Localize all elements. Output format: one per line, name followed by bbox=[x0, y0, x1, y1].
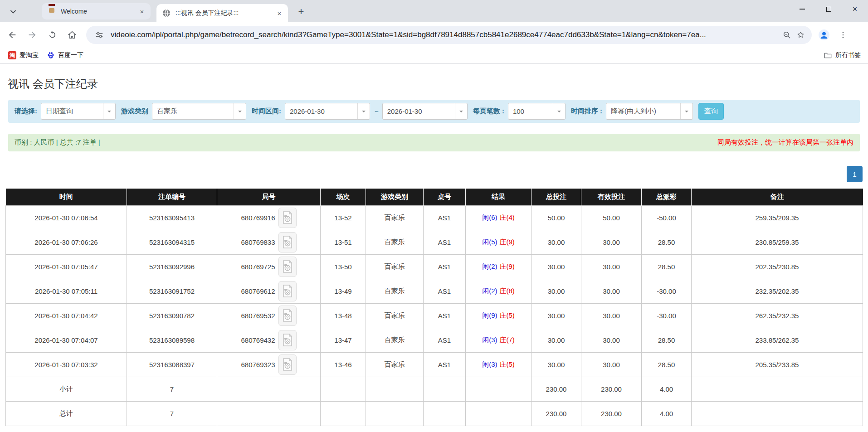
table-row: 2026-01-30 07:06:26523163094315680769833… bbox=[6, 230, 863, 254]
browser-menu-icon[interactable] bbox=[835, 27, 851, 43]
browser-window: Welcome × :::视讯 会员下注纪录::: × + × bbox=[0, 0, 868, 432]
cell-total-bet[interactable]: 50.00 bbox=[532, 205, 581, 230]
cell-table-no: AS1 bbox=[424, 352, 466, 377]
tab-betrecord[interactable]: :::视讯 会员下注纪录::: × bbox=[156, 4, 288, 22]
profile-avatar-icon[interactable] bbox=[817, 28, 831, 42]
home-icon[interactable] bbox=[64, 27, 80, 43]
cell-total-bet[interactable]: 30.00 bbox=[532, 328, 581, 352]
cell-bet-id: 523163088397 bbox=[127, 352, 217, 377]
cell-table-no: AS1 bbox=[424, 303, 466, 328]
all-bookmarks-button[interactable]: 所有书签 bbox=[824, 51, 861, 60]
select-label: 请选择: bbox=[15, 107, 37, 116]
cell-payout: 28.50 bbox=[642, 352, 692, 377]
url-text[interactable]: videoie.com/ipl/portal.php/game/betrecor… bbox=[111, 30, 780, 39]
cell-result: 闲(5)庄(9) bbox=[466, 230, 532, 254]
welcome-favicon-icon bbox=[47, 7, 56, 16]
cell-total-bet[interactable]: 30.00 bbox=[532, 230, 581, 254]
video-replay-button[interactable] bbox=[278, 232, 297, 252]
cell-total-bet[interactable]: 30.00 bbox=[532, 303, 581, 328]
table-row: 2026-01-30 07:06:54523163095413680769916… bbox=[6, 205, 863, 230]
video-replay-button[interactable] bbox=[278, 208, 297, 228]
total-row-cell-4 bbox=[366, 401, 424, 426]
bookmark-baidu[interactable]: 百度一下 bbox=[47, 51, 83, 59]
date-to-select[interactable]: 2026-01-30 bbox=[382, 103, 468, 120]
result-banker: 庄(5) bbox=[500, 360, 515, 368]
page-size-select[interactable]: 100 bbox=[508, 103, 566, 120]
result-banker: 庄(9) bbox=[500, 262, 515, 270]
cell-session: 13-51 bbox=[321, 230, 366, 254]
bookmark-star-icon[interactable] bbox=[794, 28, 807, 42]
result-banker: 庄(9) bbox=[500, 238, 515, 246]
video-replay-button[interactable] bbox=[278, 306, 297, 326]
cell-total-bet[interactable]: 30.00 bbox=[532, 279, 581, 303]
subtotal-row-cell-8: 230.00 bbox=[581, 377, 642, 401]
summary-info-bar: 币别 : 人民币 | 总共 :7 注单 | 同局有效投注，统一计算在该局第一张注… bbox=[8, 134, 860, 151]
page-size-label: 每页笔数 : bbox=[473, 107, 504, 116]
maximize-button[interactable] bbox=[815, 0, 842, 18]
cell-time: 2026-01-30 07:06:54 bbox=[6, 205, 127, 230]
video-replay-button[interactable] bbox=[278, 354, 297, 375]
video-replay-button[interactable] bbox=[278, 257, 297, 277]
cell-payout: -30.00 bbox=[642, 279, 692, 303]
table-row: 2026-01-30 07:03:32523163088397680769323… bbox=[6, 352, 863, 377]
round-number: 680769323 bbox=[241, 361, 275, 369]
globe-favicon-icon bbox=[162, 9, 171, 18]
forward-icon[interactable] bbox=[24, 27, 40, 43]
cell-note: 230.85/259.35 bbox=[692, 230, 863, 254]
cell-note: 232.35/202.35 bbox=[692, 279, 863, 303]
tab-search-chevron-icon[interactable] bbox=[6, 6, 20, 17]
video-replay-button[interactable] bbox=[278, 281, 297, 301]
new-tab-button[interactable]: + bbox=[295, 5, 307, 18]
zoom-icon[interactable] bbox=[780, 28, 794, 42]
total-row-cell-3 bbox=[321, 401, 366, 426]
round-number: 680769432 bbox=[241, 336, 275, 344]
result-banker: 庄(5) bbox=[500, 311, 515, 319]
cell-session: 13-47 bbox=[321, 328, 366, 352]
sort-select[interactable]: 降幂(由大到小) bbox=[606, 103, 693, 120]
cell-session: 13-49 bbox=[321, 279, 366, 303]
page-content: 视讯 会员下注纪录 请选择: 日期查询 游戏类别 百家乐 时间区间: 2026-… bbox=[0, 77, 868, 432]
total-row-cell-8: 230.00 bbox=[581, 401, 642, 426]
cell-time: 2026-01-30 07:04:07 bbox=[6, 328, 127, 352]
tab-close-icon[interactable]: × bbox=[275, 9, 283, 17]
cell-round-id: 680769532 bbox=[217, 303, 321, 328]
close-window-button[interactable]: × bbox=[842, 0, 868, 18]
date-range-tilde: ~ bbox=[375, 107, 379, 115]
table-row: 2026-01-30 07:04:07523163089598680769432… bbox=[6, 328, 863, 352]
subtotal-row-cell-6 bbox=[466, 377, 532, 401]
omnibox[interactable]: videoie.com/ipl/portal.php/game/betrecor… bbox=[86, 26, 812, 44]
reload-icon[interactable] bbox=[44, 27, 60, 43]
cell-total-bet[interactable]: 30.00 bbox=[532, 254, 581, 279]
total-row-cell-1: 7 bbox=[127, 401, 217, 426]
column-header: 结果 bbox=[466, 189, 532, 205]
tab-close-icon[interactable]: × bbox=[138, 7, 146, 15]
column-header: 总派彩 bbox=[642, 189, 692, 205]
page-1-button[interactable]: 1 bbox=[847, 166, 863, 182]
back-icon[interactable] bbox=[5, 27, 20, 43]
cell-total-bet[interactable]: 30.00 bbox=[532, 352, 581, 377]
cell-payout: -30.00 bbox=[642, 303, 692, 328]
query-type-select[interactable]: 日期查询 bbox=[41, 103, 116, 120]
pagination-top: 1 bbox=[5, 166, 863, 182]
cell-payout: 28.50 bbox=[642, 328, 692, 352]
tab-welcome[interactable]: Welcome × bbox=[42, 3, 151, 19]
subtotal-row-cell-3 bbox=[321, 377, 366, 401]
cell-payout: -50.00 bbox=[642, 205, 692, 230]
cell-result: 闲(2)庄(8) bbox=[466, 279, 532, 303]
video-replay-icon bbox=[282, 309, 293, 322]
subtotal-row: 小计7230.00230.004.00 bbox=[6, 377, 863, 401]
bookmark-aitaobao[interactable]: 淘 爱淘宝 bbox=[8, 51, 39, 59]
minimize-button[interactable] bbox=[789, 0, 815, 18]
video-replay-button[interactable] bbox=[278, 330, 297, 350]
site-settings-icon[interactable] bbox=[93, 28, 106, 42]
round-number: 680769532 bbox=[241, 312, 275, 320]
game-type-select[interactable]: 百家乐 bbox=[152, 103, 246, 120]
total-row: 总计7230.00230.004.00 bbox=[6, 401, 863, 426]
cell-valid-bet: 50.00 bbox=[581, 205, 642, 230]
subtotal-row-cell-2 bbox=[217, 377, 321, 401]
search-button[interactable]: 查询 bbox=[698, 103, 724, 120]
round-number: 680769612 bbox=[241, 287, 275, 295]
date-from-select[interactable]: 2026-01-30 bbox=[285, 103, 370, 120]
cell-valid-bet: 30.00 bbox=[581, 352, 642, 377]
chevron-down-icon bbox=[553, 103, 565, 119]
